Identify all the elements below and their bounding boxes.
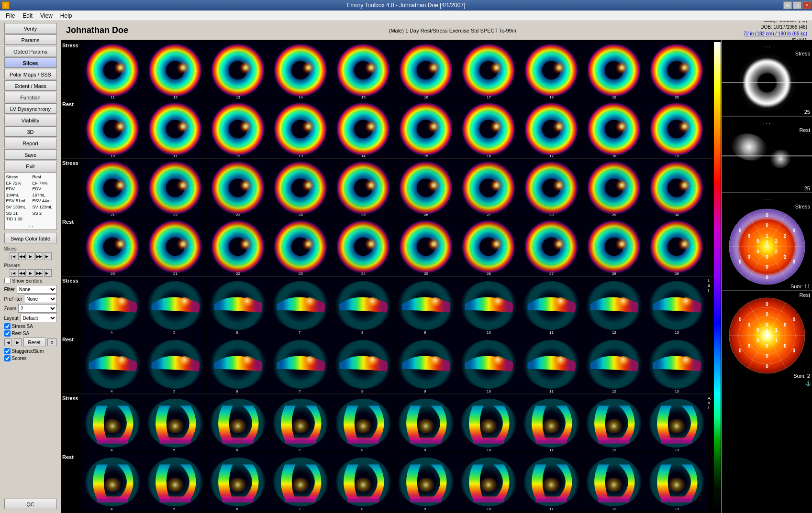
content-area: Johnathan Doe (Male) 1 Day Rest/Stress E… (61, 21, 812, 513)
anchor-icon[interactable]: ⚓ (722, 380, 812, 513)
lv-dyssynchrony-btn[interactable]: LV Dyssynchrony (4, 103, 57, 114)
sv-stress: SV 133mL (6, 204, 29, 210)
planars-playback: |◀ ◀◀ ▶ ▶▶ ▶| (10, 269, 52, 277)
staggered-sum-check[interactable] (4, 348, 11, 354)
sidebar: Verify Params Gated Params Slices Polar … (0, 21, 61, 513)
next-btn-small[interactable]: ▶ (14, 338, 22, 346)
planars-section-label: Planars (4, 263, 20, 268)
zoom-select[interactable]: 2 (18, 304, 56, 313)
minimize-btn[interactable]: ─ (783, 1, 792, 9)
tid-value: TID 1.06 (6, 216, 55, 222)
rest-polar-canvas[interactable] (726, 295, 808, 377)
edv-stress: EDV 184mL (6, 186, 29, 198)
save-btn[interactable]: Save (4, 149, 57, 160)
settings-icon[interactable]: ⚙ (47, 338, 57, 346)
right-panel-dots-bottom[interactable]: ... (722, 193, 812, 203)
planars-start-btn[interactable]: |◀ (10, 269, 17, 277)
slices-next-btn[interactable]: ▶▶ (35, 252, 43, 260)
colorbar (713, 40, 721, 513)
rest-polar-section: Rest Sum: 2 (722, 291, 812, 380)
ef-rest: EF 74% (33, 180, 55, 186)
slices-playback: |◀ ◀◀ ▶ ▶▶ ▶| (10, 252, 52, 260)
gated-params-btn[interactable]: Gated Params (4, 46, 57, 56)
extent-mass-btn[interactable]: Extent / Mass (4, 80, 57, 91)
stress-polar-section: Stress Sum: 11 (722, 203, 812, 291)
rest-gray-canvas[interactable] (722, 126, 812, 192)
prefilter-select[interactable]: None (24, 295, 56, 303)
stress-image-label: Stress (795, 51, 810, 56)
polar-maps-btn[interactable]: Polar Maps / SSS (4, 69, 57, 79)
rest-sa-check[interactable] (4, 330, 11, 337)
menu-view[interactable]: View (36, 11, 56, 20)
maximize-btn[interactable]: □ (793, 1, 801, 9)
menu-help[interactable]: Help (56, 11, 76, 20)
stress-sa-check-row: Stress SA (4, 323, 57, 329)
rest-image-num: 25 (804, 186, 810, 191)
staggered-sum-check-row: StaggeredSum (4, 348, 57, 354)
planars-play-btn[interactable]: ▶ (27, 269, 34, 277)
slices-start-btn[interactable]: |◀ (10, 252, 17, 260)
qc-btn[interactable]: QC (4, 499, 57, 509)
height-weight-link[interactable]: 72 in (182 cm) / 190 lb (86 kg) (744, 31, 807, 36)
title-bar: T Emory Toolbox 4.0 - Johnathan Doe [4/1… (0, 0, 812, 11)
window-controls[interactable]: ─ □ ✕ (783, 1, 811, 9)
stress-polar-canvas[interactable] (726, 206, 808, 288)
patient-name: Johnathan Doe (66, 25, 162, 35)
scores-check-row: Scores (4, 355, 57, 361)
show-borders-check[interactable] (4, 278, 11, 284)
function-btn[interactable]: Function (4, 92, 57, 102)
menu-edit[interactable]: Edit (19, 11, 36, 20)
dob-info: DOB: 10/17/1966 (46) (744, 24, 807, 31)
rest-grayscale-section: Rest 25 (722, 126, 812, 193)
right-panel-dots-top[interactable]: ... (722, 40, 812, 50)
swap-colortable-btn[interactable]: Swap ColorTable (4, 233, 57, 243)
stress-label: Stress (6, 174, 29, 180)
rest-polar-sum: Sum: 2 (793, 373, 810, 379)
scores-check[interactable] (4, 355, 11, 361)
params-btn[interactable]: Params (4, 34, 57, 45)
slices-play-btn[interactable]: ▶ (27, 252, 34, 260)
zoom-row: Zoom 2 (4, 304, 57, 313)
stress-gray-canvas[interactable] (722, 50, 812, 116)
ef-stress: EF 72% (6, 180, 29, 186)
sv-rest: SV 123mL (33, 204, 55, 210)
reset-row: ◀ ▶ Reset ⚙ (4, 338, 57, 347)
main-canvas[interactable] (61, 40, 713, 513)
slices-prev-btn[interactable]: ◀◀ (18, 252, 26, 260)
planars-end-btn[interactable]: ▶| (44, 269, 52, 277)
rest-sa-check-row: Rest SA (4, 330, 57, 337)
planars-next-btn[interactable]: ▶▶ (35, 269, 43, 277)
report-btn[interactable]: Report (4, 138, 57, 148)
layout-label: Layout (4, 316, 19, 321)
colorbar-gradient (714, 42, 721, 511)
stress-grayscale-section: Stress 25 (722, 50, 812, 117)
menu-file[interactable]: File (2, 11, 19, 20)
prefilter-label: PreFilter (4, 296, 22, 302)
stress-sa-check[interactable] (4, 323, 11, 329)
ss-stress: SS 11 (6, 210, 29, 217)
stats-dots[interactable]: ... (6, 222, 55, 229)
patient-header: Johnathan Doe (Male) 1 Day Rest/Stress E… (61, 21, 812, 40)
show-borders-label: Show Borders (12, 278, 43, 284)
right-panel-dots-mid[interactable]: ... (722, 117, 812, 126)
reset-btn[interactable]: Reset (23, 338, 45, 347)
stats-box: Stress EF 72% EDV 184mL ESV 51mL SV 133m… (4, 172, 57, 230)
verify-btn[interactable]: Verify (4, 23, 57, 33)
image-grid[interactable] (61, 40, 713, 513)
filter-select[interactable]: None (17, 285, 57, 294)
slices-section-label: Slices (4, 246, 17, 251)
slices-end-btn[interactable]: ▶| (44, 252, 52, 260)
close-btn[interactable]: ✕ (802, 1, 811, 9)
planars-prev-btn[interactable]: ◀◀ (18, 269, 26, 277)
slices-btn[interactable]: Slices (4, 57, 57, 68)
layout-select[interactable]: Default (21, 314, 57, 322)
rest-polar-label: Rest (799, 292, 810, 298)
3d-btn[interactable]: 3D (4, 126, 57, 137)
show-borders-row: Show Borders (4, 278, 57, 284)
stress-image-num: 25 (804, 109, 810, 115)
prev-btn-small[interactable]: ◀ (4, 338, 12, 346)
viability-btn[interactable]: Viability (4, 115, 57, 125)
image-area: ... Stress 25 ... Rest 25 (61, 40, 812, 513)
exit-btn[interactable]: Exit (4, 161, 57, 171)
stress-polar-sum: Sum: 11 (790, 284, 810, 289)
